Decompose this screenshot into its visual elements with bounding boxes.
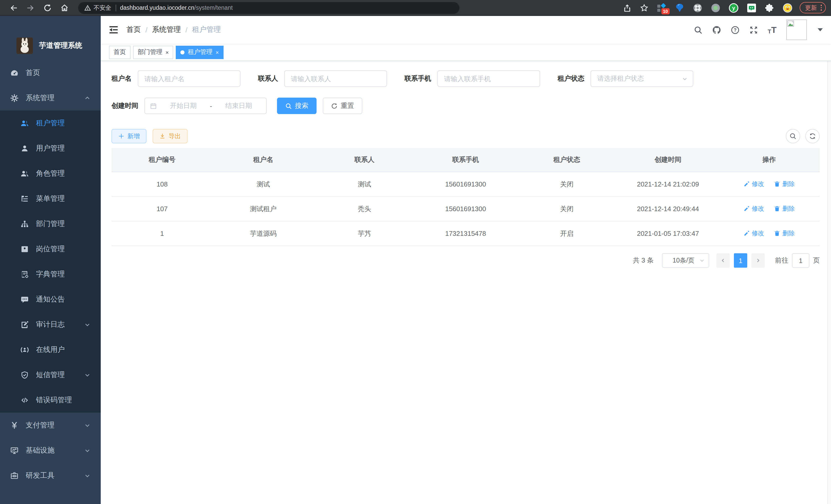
security-label[interactable]: 不安全 [93,4,111,11]
sidebar-item-home[interactable]: 首页 [0,60,101,85]
col-header-name: 租户名 [213,155,314,165]
delete-link[interactable]: 删除 [774,205,795,213]
extension-chat-icon[interactable] [746,3,756,12]
sidebar-logo-row[interactable]: 芋道管理系统 [0,16,101,54]
sidebar-item-label: 系统管理 [26,93,55,102]
reset-button[interactable]: 重置 [323,98,362,114]
sidebar-item-role[interactable]: 角色管理 [0,161,101,186]
search-button[interactable]: 搜索 [277,98,317,114]
toggle-search-button[interactable] [786,129,800,143]
status-select[interactable]: 请选择租户状态 [591,70,693,87]
delete-link[interactable]: 删除 [774,180,795,188]
sidebar-item-user[interactable]: 用户管理 [0,136,101,161]
app-logo [17,37,33,54]
reset-button-label: 重置 [341,101,354,111]
browser-reload-icon[interactable] [43,3,52,12]
date-range-input[interactable]: 开始日期 - 结束日期 [144,98,267,114]
browser-forward-icon[interactable] [26,3,35,12]
header-search-icon[interactable] [694,25,703,34]
main-area: 首页 / 系统管理 / 租户管理 ? TT [101,16,831,504]
browser-home-icon[interactable] [60,3,69,12]
filter-mobile: 联系手机 [404,70,540,87]
goto-page-input[interactable] [792,253,809,268]
sidebar-item-notice[interactable]: 通知公告 [0,287,101,312]
sidebar-item-dict[interactable]: 字典管理 [0,262,101,287]
sidebar-item-dept[interactable]: 部门管理 [0,211,101,236]
user-avatar-broken-image[interactable] [786,20,807,40]
sidebar-item-pay[interactable]: 支付管理 [0,413,101,438]
breadcrumb-current: 租户管理 [192,25,221,34]
extension-command-icon[interactable] [692,3,702,12]
tag-dept[interactable]: 部门管理 × [133,46,173,59]
edit-link[interactable]: 修改 [744,180,764,188]
profile-avatar-icon[interactable] [782,3,792,12]
tenant-name-input[interactable] [138,70,240,87]
refresh-table-button[interactable] [805,129,820,143]
url-host[interactable]: dashboard.yudao.iocoder.cn [120,5,194,11]
prev-page-button[interactable] [716,253,730,268]
page-size-select[interactable]: 10条/页 [662,253,709,268]
address-bar[interactable]: 不安全 dashboard.yudao.iocoder.cn/system/te… [78,2,459,13]
tag-tenant[interactable]: 租户管理 × [176,46,224,59]
sidebar-item-post[interactable]: 岗位管理 [0,236,101,262]
col-header-id: 租户编号 [112,155,213,165]
chevron-left-icon [720,258,726,263]
sidebar-item-error-code[interactable]: 错误码管理 [0,387,101,413]
search-icon [285,102,292,109]
filter-contact: 联系人 [258,70,387,87]
sidebar-item-online-users[interactable]: 在线用户 [0,337,101,362]
fullscreen-icon[interactable] [749,25,758,34]
share-icon[interactable] [623,3,631,12]
delete-link[interactable]: 删除 [774,229,795,238]
browser-back-icon[interactable] [9,3,18,12]
github-icon[interactable] [712,25,721,34]
bookmark-star-icon[interactable] [639,3,648,12]
app-navbar: 首页 / 系统管理 / 租户管理 ? TT [101,16,831,44]
sidebar-item-menu[interactable]: 菜单管理 [0,186,101,211]
mobile-input[interactable] [437,70,540,87]
sidebar-item-label: 字典管理 [36,269,65,279]
dashboard-icon [10,68,19,77]
page-scrollbar[interactable] [827,16,831,504]
tag-close-icon[interactable]: × [216,49,219,55]
extension-green-dot-icon[interactable] [711,3,720,12]
contact-input[interactable] [284,70,387,87]
user-icon [21,144,29,152]
breadcrumb-home[interactable]: 首页 [126,25,141,34]
breadcrumb-system[interactable]: 系统管理 [152,25,181,34]
breadcrumb-separator: / [145,26,147,34]
sidebar-item-tenant[interactable]: 租户管理 [0,111,101,136]
table-right-tools [786,129,820,143]
avatar-dropdown-caret-icon[interactable] [818,28,823,31]
url-path[interactable]: /system/tenant [194,5,233,11]
extension-blocks-icon[interactable]: 10 [657,3,666,12]
sidebar-fold-icon[interactable] [109,25,118,34]
sidebar-item-system[interactable]: 系统管理 [0,85,101,111]
tag-close-icon[interactable]: × [166,49,169,55]
extension-balloon-icon[interactable] [675,3,684,12]
tag-home[interactable]: 首页 [109,46,131,59]
cell-actions: 修改 删除 [718,229,820,238]
font-size-icon[interactable]: TT [768,25,776,34]
edit-link[interactable]: 修改 [744,205,764,213]
cell-contact: 秃头 [314,204,415,213]
next-page-button[interactable] [751,253,765,268]
sidebar-item-audit-log[interactable]: 审计日志 [0,312,101,337]
select-caret-icon [682,76,688,82]
current-page-button[interactable]: 1 [734,253,747,268]
not-secure-warning-icon [84,4,91,11]
extensions-puzzle-icon[interactable] [765,3,774,12]
sidebar-item-sms[interactable]: 短信管理 [0,362,101,387]
add-button[interactable]: 新增 [112,129,146,143]
extension-y-icon[interactable]: y [728,3,738,12]
sidebar-item-devtools[interactable]: 研发工具 [0,463,101,488]
chrome-update-menu-button[interactable]: 更新 [799,2,826,13]
app-title: 芋道管理系统 [39,41,82,50]
help-icon[interactable]: ? [731,25,740,34]
sidebar-item-label: 菜单管理 [36,194,65,203]
export-button[interactable]: 导出 [153,129,188,143]
edit-link[interactable]: 修改 [744,229,764,238]
download-icon [159,133,166,139]
table-row: 1 芋道源码 芋艿 17321315478 开启 2021-01-05 17:0… [112,221,820,246]
sidebar-item-infra[interactable]: 基础设施 [0,438,101,463]
